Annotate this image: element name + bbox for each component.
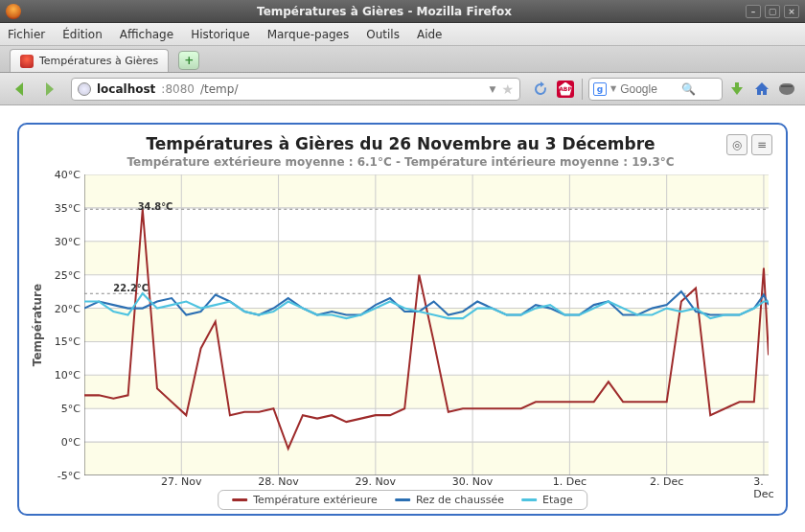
x-tick: 2. Dec (650, 475, 683, 488)
tab-title: Températures à Gières (39, 55, 158, 67)
y-tick: -5°C (58, 470, 80, 482)
url-path: /temp/ (200, 82, 238, 96)
y-tick: 0°C (61, 436, 80, 449)
page-content: ◎ ≡ Températures à Gières du 26 Novembre… (0, 105, 805, 532)
home-button[interactable] (751, 79, 772, 100)
menu-marquepages[interactable]: Marque-pages (267, 28, 350, 41)
downloads-button[interactable] (726, 79, 748, 100)
y-tick: 10°C (55, 369, 80, 382)
menu-outils[interactable]: Outils (366, 28, 400, 41)
chart-plot[interactable]: 34.8°C22.2°C (84, 174, 769, 475)
svg-text:34.8°C: 34.8°C (138, 200, 173, 213)
svg-marker-1 (46, 82, 54, 96)
y-tick: 35°C (55, 201, 80, 214)
y-tick: 40°C (55, 169, 80, 181)
menu-aide[interactable]: Aide (417, 28, 443, 41)
x-tick: 29. Nov (356, 475, 396, 488)
menu-edition[interactable]: Édition (62, 28, 103, 41)
minimize-button[interactable]: – (746, 5, 761, 18)
x-tick: 1. Dec (553, 475, 586, 488)
window-title: Températures à Gières - Mozilla Firefox (27, 5, 742, 18)
svg-marker-2 (731, 82, 743, 95)
search-engine-dropdown-icon[interactable]: ▼ (610, 84, 616, 93)
svg-marker-0 (15, 82, 23, 96)
legend-exterior[interactable]: Température extérieure (232, 494, 378, 506)
search-input[interactable] (620, 82, 678, 96)
chart-card: ◎ ≡ Températures à Gières du 26 Novembre… (17, 123, 788, 516)
tab-0[interactable]: Températures à Gières (10, 49, 169, 72)
chart-legend: Température extérieure Rez de chaussée E… (218, 490, 587, 510)
dropdown-icon[interactable]: ▼ (490, 84, 496, 94)
url-host: localhost (97, 82, 155, 96)
y-axis-ticks: -5°C0°C5°C10°C15°C20°C25°C30°C35°C40°C (46, 174, 84, 475)
tabbar: Températures à Gières + (0, 46, 805, 73)
search-engine-icon[interactable]: g (593, 82, 607, 96)
url-bar[interactable]: localhost:8080/temp/ ▼ ★ (71, 78, 520, 101)
x-tick: 28. Nov (258, 475, 298, 488)
adblock-icon[interactable] (555, 79, 576, 100)
y-tick: 15°C (55, 335, 80, 348)
svg-rect-6 (84, 242, 769, 275)
reload-button[interactable] (530, 79, 551, 100)
y-tick: 5°C (61, 403, 80, 415)
plot-area: Température -5°C0°C5°C10°C15°C20°C25°C30… (29, 174, 769, 475)
svg-rect-7 (84, 174, 769, 208)
legend-rdc[interactable]: Rez de chaussée (395, 494, 504, 506)
bookmark-star-icon[interactable]: ★ (501, 81, 514, 97)
svg-text:22.2°C: 22.2°C (113, 282, 149, 294)
forward-button[interactable] (36, 79, 61, 100)
window-titlebar: Températures à Gières - Mozilla Firefox … (0, 0, 805, 23)
menubar: Fichier Édition Affichage Historique Mar… (0, 23, 805, 46)
url-port: :8080 (161, 82, 195, 96)
search-go-icon[interactable]: 🔍 (681, 82, 696, 96)
firefox-icon (6, 4, 21, 19)
chart-button-circle[interactable]: ◎ (726, 134, 748, 155)
addon-icon[interactable] (776, 79, 797, 100)
new-tab-button[interactable]: + (178, 51, 199, 70)
svg-rect-4 (84, 375, 769, 408)
y-tick: 20°C (55, 302, 80, 314)
search-box[interactable]: g ▼ 🔍 (588, 78, 723, 101)
x-tick: 30. Nov (452, 475, 493, 488)
x-tick: 27. Nov (161, 475, 201, 488)
menu-affichage[interactable]: Affichage (120, 28, 173, 41)
back-button[interactable] (8, 79, 33, 100)
y-tick: 30°C (55, 235, 80, 247)
site-identity-icon (78, 82, 91, 96)
y-tick: 25°C (55, 268, 80, 281)
menu-fichier[interactable]: Fichier (8, 28, 45, 41)
svg-rect-3 (84, 442, 769, 475)
nav-toolbar: localhost:8080/temp/ ▼ ★ g ▼ 🔍 (0, 73, 805, 105)
menu-historique[interactable]: Historique (191, 28, 250, 41)
close-button[interactable]: × (784, 5, 799, 18)
legend-etage[interactable]: Etage (521, 494, 573, 506)
chart-menu-button[interactable]: ≡ (751, 134, 772, 155)
chart-subtitle: Température extérieure moyenne : 6.1°C -… (29, 155, 772, 169)
tab-favicon (20, 55, 34, 68)
maximize-button[interactable]: ▢ (765, 5, 780, 18)
chart-title: Températures à Gières du 26 Novembre au … (29, 134, 772, 153)
x-tick: 3. Dec (753, 475, 773, 500)
toolbar-divider (582, 79, 583, 100)
y-axis-label: Température (29, 174, 46, 475)
